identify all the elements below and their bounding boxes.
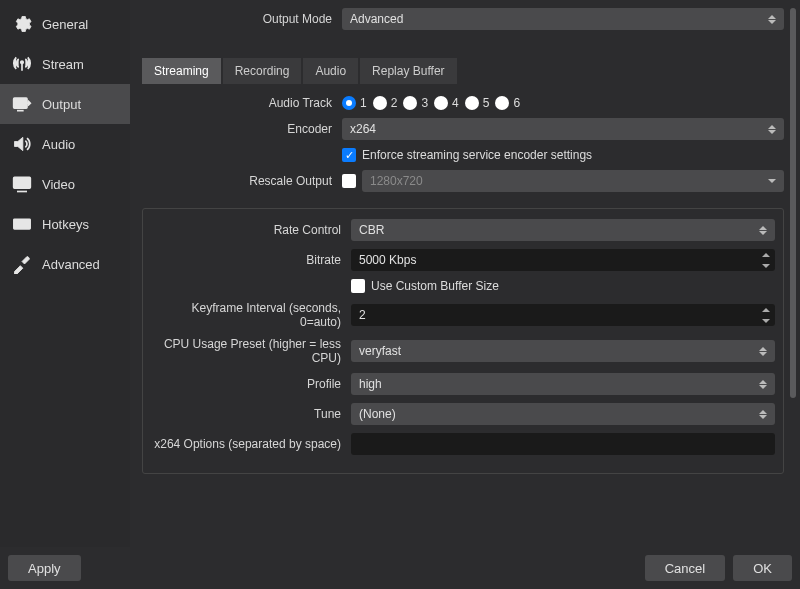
x264-options-label: x264 Options (separated by space) — [151, 437, 351, 451]
tab-audio[interactable]: Audio — [303, 58, 358, 84]
tab-streaming[interactable]: Streaming — [142, 58, 221, 84]
content-scrollbar[interactable] — [790, 8, 796, 438]
content-area: Output Mode Advanced Streaming Recording… — [130, 0, 800, 547]
gear-icon — [10, 14, 34, 34]
enforce-checkbox[interactable] — [342, 148, 356, 162]
tune-select[interactable]: (None) — [351, 403, 775, 425]
svg-rect-3 — [14, 177, 31, 188]
tab-replay-buffer[interactable]: Replay Buffer — [360, 58, 457, 84]
enforce-label: Enforce streaming service encoder settin… — [362, 148, 592, 162]
svg-rect-5 — [14, 219, 31, 229]
audio-track-label: Audio Track — [142, 96, 342, 110]
profile-value: high — [359, 377, 382, 391]
encoder-value: x264 — [350, 122, 376, 136]
custom-buffer-checkbox[interactable] — [351, 279, 365, 293]
x264-options-input[interactable] — [351, 433, 775, 455]
rate-control-value: CBR — [359, 223, 384, 237]
sidebar-item-label: Advanced — [42, 257, 100, 272]
updown-icon — [757, 340, 769, 362]
output-icon — [10, 94, 34, 114]
sidebar-item-advanced[interactable]: Advanced — [0, 244, 130, 284]
cpu-preset-select[interactable]: veryfast — [351, 340, 775, 362]
sidebar-item-label: General — [42, 17, 88, 32]
cancel-button[interactable]: Cancel — [645, 555, 725, 581]
sidebar-item-hotkeys[interactable]: Hotkeys — [0, 204, 130, 244]
updown-icon — [766, 118, 778, 140]
audio-track-3[interactable]: 3 — [403, 96, 428, 110]
custom-buffer-label: Use Custom Buffer Size — [371, 279, 499, 293]
audio-track-4[interactable]: 4 — [434, 96, 459, 110]
bitrate-input[interactable]: 5000 Kbps — [351, 249, 775, 271]
bitrate-value: 5000 Kbps — [359, 253, 416, 267]
updown-icon — [757, 373, 769, 395]
antenna-icon — [10, 54, 34, 74]
sidebar-item-general[interactable]: General — [0, 4, 130, 44]
output-tabs: Streaming Recording Audio Replay Buffer — [142, 58, 784, 84]
sidebar-item-audio[interactable]: Audio — [0, 124, 130, 164]
sidebar-item-stream[interactable]: Stream — [0, 44, 130, 84]
rescale-checkbox[interactable] — [342, 174, 356, 188]
keyboard-icon — [10, 214, 34, 234]
sidebar-item-label: Stream — [42, 57, 84, 72]
settings-sidebar: General Stream Output Audio Video Hotkey… — [0, 0, 130, 547]
keyframe-input[interactable]: 2 — [351, 304, 775, 326]
ok-button[interactable]: OK — [733, 555, 792, 581]
bitrate-spinner[interactable] — [759, 249, 773, 271]
keyframe-value: 2 — [359, 308, 366, 322]
rescale-label: Rescale Output — [142, 174, 342, 188]
encoder-label: Encoder — [142, 122, 342, 136]
apply-button[interactable]: Apply — [8, 555, 81, 581]
output-mode-select[interactable]: Advanced — [342, 8, 784, 30]
sidebar-item-output[interactable]: Output — [0, 84, 130, 124]
tab-recording[interactable]: Recording — [223, 58, 302, 84]
rate-control-select[interactable]: CBR — [351, 219, 775, 241]
output-mode-value: Advanced — [350, 12, 403, 26]
speaker-icon — [10, 134, 34, 154]
monitor-icon — [10, 174, 34, 194]
updown-icon — [757, 403, 769, 425]
footer: Apply Cancel OK — [0, 547, 800, 589]
chevron-down-icon — [766, 170, 778, 192]
keyframe-label: Keyframe Interval (seconds, 0=auto) — [151, 301, 351, 329]
audio-track-1[interactable]: 1 — [342, 96, 367, 110]
audio-track-2[interactable]: 2 — [373, 96, 398, 110]
tools-icon — [10, 254, 34, 274]
sidebar-item-label: Output — [42, 97, 81, 112]
encoder-select[interactable]: x264 — [342, 118, 784, 140]
sidebar-item-label: Hotkeys — [42, 217, 89, 232]
output-mode-label: Output Mode — [142, 12, 342, 26]
svg-point-0 — [21, 61, 24, 64]
encoder-settings-panel: Rate Control CBR Bitrate 5000 Kbps — [142, 208, 784, 474]
keyframe-spinner[interactable] — [759, 304, 773, 326]
updown-icon — [757, 219, 769, 241]
rate-control-label: Rate Control — [151, 223, 351, 237]
sidebar-item-label: Audio — [42, 137, 75, 152]
tune-label: Tune — [151, 407, 351, 421]
sidebar-item-label: Video — [42, 177, 75, 192]
audio-track-5[interactable]: 5 — [465, 96, 490, 110]
bitrate-label: Bitrate — [151, 253, 351, 267]
rescale-select[interactable]: 1280x720 — [362, 170, 784, 192]
cpu-preset-label: CPU Usage Preset (higher = less CPU) — [151, 337, 351, 365]
tune-value: (None) — [359, 407, 396, 421]
profile-label: Profile — [151, 377, 351, 391]
sidebar-item-video[interactable]: Video — [0, 164, 130, 204]
rescale-value: 1280x720 — [370, 174, 423, 188]
audio-track-6[interactable]: 6 — [495, 96, 520, 110]
audio-track-group: 1 2 3 4 5 6 — [342, 96, 784, 110]
cpu-preset-value: veryfast — [359, 344, 401, 358]
updown-icon — [766, 8, 778, 30]
profile-select[interactable]: high — [351, 373, 775, 395]
